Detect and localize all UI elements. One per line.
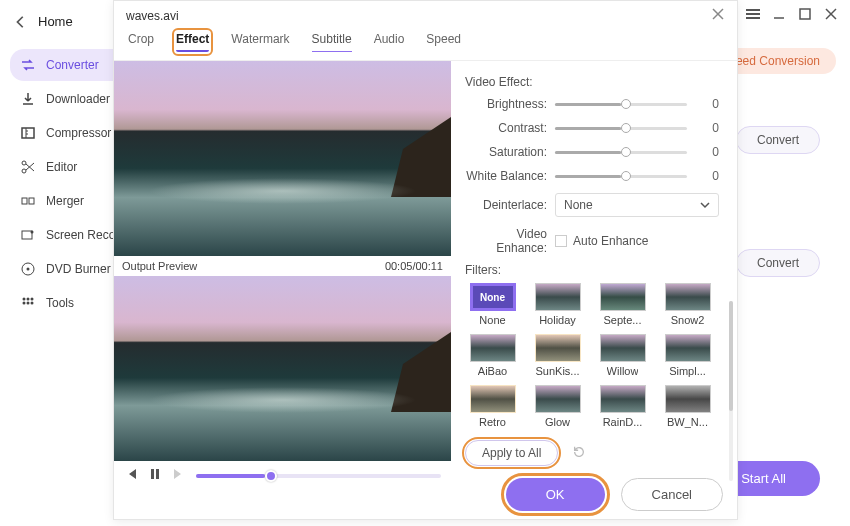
effect-dialog: waves.avi Crop Effect Watermark Subtitle… (113, 0, 738, 520)
deinterlace-label: Deinterlace: (465, 198, 555, 212)
scissors-icon (20, 159, 36, 175)
filters-scrollbar[interactable] (729, 301, 733, 481)
filter-bw[interactable]: BW_N... (660, 385, 715, 428)
compress-icon (20, 125, 36, 141)
sidebar-item-downloader[interactable]: Downloader (10, 83, 115, 115)
brightness-value: 0 (701, 97, 719, 111)
merge-icon (20, 193, 36, 209)
filter-raindrop[interactable]: RainD... (595, 385, 650, 428)
grid-icon (20, 295, 36, 311)
convert-button[interactable]: Convert (736, 126, 820, 154)
filter-label: RainD... (603, 416, 643, 428)
preview-time: 00:05/00:11 (385, 260, 443, 272)
svg-rect-4 (22, 128, 34, 138)
svg-point-12 (27, 268, 30, 271)
reset-icon[interactable] (572, 445, 586, 462)
auto-enhance-checkbox[interactable] (555, 235, 567, 247)
sidebar-item-screenrecorder[interactable]: Screen Recorder (10, 219, 115, 251)
filter-september[interactable]: Septe... (595, 283, 650, 326)
filter-label: Willow (607, 365, 639, 377)
filter-aibao[interactable]: AiBao (465, 334, 520, 377)
menu-icon[interactable] (746, 9, 760, 19)
dialog-close-button[interactable] (711, 7, 725, 24)
svg-rect-9 (22, 231, 32, 239)
svg-rect-8 (29, 198, 34, 204)
filter-willow[interactable]: Willow (595, 334, 650, 377)
svg-point-14 (27, 298, 30, 301)
prev-frame-button[interactable] (124, 467, 138, 484)
filter-sunkiss[interactable]: SunKis... (530, 334, 585, 377)
contrast-slider[interactable] (555, 127, 687, 130)
filter-glow[interactable]: Glow (530, 385, 585, 428)
svg-rect-1 (800, 9, 810, 19)
filter-retro[interactable]: Retro (465, 385, 520, 428)
filter-thumb (535, 385, 581, 413)
maximize-icon[interactable] (798, 7, 812, 21)
tab-effect[interactable]: Effect (176, 32, 209, 52)
tab-subtitle[interactable]: Subtitle (312, 32, 352, 52)
converter-icon (20, 57, 36, 73)
disc-icon (20, 261, 36, 277)
sidebar-item-converter[interactable]: Converter (10, 49, 115, 81)
pause-button[interactable] (148, 467, 162, 484)
sidebar-item-label: Downloader (46, 92, 110, 106)
brightness-label: Brightness: (465, 97, 555, 111)
sidebar-item-label: Merger (46, 194, 84, 208)
sidebar-item-compressor[interactable]: Compressor (10, 117, 115, 149)
tab-audio[interactable]: Audio (374, 32, 405, 52)
filter-label: Glow (545, 416, 570, 428)
ok-button[interactable]: OK (506, 478, 605, 511)
contrast-value: 0 (701, 121, 719, 135)
sidebar-item-label: Screen Recorder (46, 228, 115, 242)
home-button[interactable]: Home (0, 4, 115, 39)
filter-thumb (665, 283, 711, 311)
saturation-slider[interactable] (555, 151, 687, 154)
filter-thumb (535, 283, 581, 311)
filter-label: Retro (479, 416, 506, 428)
saturation-label: Saturation: (465, 145, 555, 159)
filter-thumb (535, 334, 581, 362)
sidebar-item-label: Converter (46, 58, 99, 72)
tab-crop[interactable]: Crop (128, 32, 154, 52)
playback-slider[interactable] (196, 474, 441, 478)
sidebar-item-label: Compressor (46, 126, 111, 140)
output-preview-label: Output Preview (122, 260, 197, 272)
tab-watermark[interactable]: Watermark (231, 32, 289, 52)
contrast-label: Contrast: (465, 121, 555, 135)
svg-point-17 (27, 302, 30, 305)
output-preview (114, 276, 451, 461)
brightness-slider[interactable] (555, 103, 687, 106)
filter-label: Snow2 (671, 314, 705, 326)
sidebar-item-merger[interactable]: Merger (10, 185, 115, 217)
next-frame-button[interactable] (172, 467, 186, 484)
sidebar-item-label: DVD Burner (46, 262, 111, 276)
sidebar-item-dvdburner[interactable]: DVD Burner (10, 253, 115, 285)
filter-label: None (479, 314, 505, 326)
filter-none[interactable]: NoneNone (465, 283, 520, 326)
deinterlace-select[interactable]: None (555, 193, 719, 217)
video-effect-title: Video Effect: (465, 75, 719, 89)
filter-holiday[interactable]: Holiday (530, 283, 585, 326)
filter-label: Simpl... (669, 365, 706, 377)
svg-rect-22 (156, 469, 159, 479)
whitebalance-value: 0 (701, 169, 719, 183)
filter-snow2[interactable]: Snow2 (660, 283, 715, 326)
convert-button[interactable]: Convert (736, 249, 820, 277)
whitebalance-slider[interactable] (555, 175, 687, 178)
apply-all-button[interactable]: Apply to All (465, 440, 558, 466)
cancel-button[interactable]: Cancel (621, 478, 723, 511)
sidebar-item-editor[interactable]: Editor (10, 151, 115, 183)
chevron-down-icon (700, 200, 710, 210)
svg-point-13 (23, 298, 26, 301)
sidebar-item-label: Editor (46, 160, 77, 174)
tab-speed[interactable]: Speed (426, 32, 461, 52)
sidebar-item-tools[interactable]: Tools (10, 287, 115, 319)
filter-simple[interactable]: Simpl... (660, 334, 715, 377)
filter-thumb (470, 334, 516, 362)
filter-label: AiBao (478, 365, 507, 377)
chevron-left-icon (14, 15, 28, 29)
close-icon[interactable] (824, 7, 838, 21)
minimize-icon[interactable] (772, 7, 786, 21)
filter-label: BW_N... (667, 416, 708, 428)
auto-enhance-text: Auto Enhance (573, 234, 648, 248)
